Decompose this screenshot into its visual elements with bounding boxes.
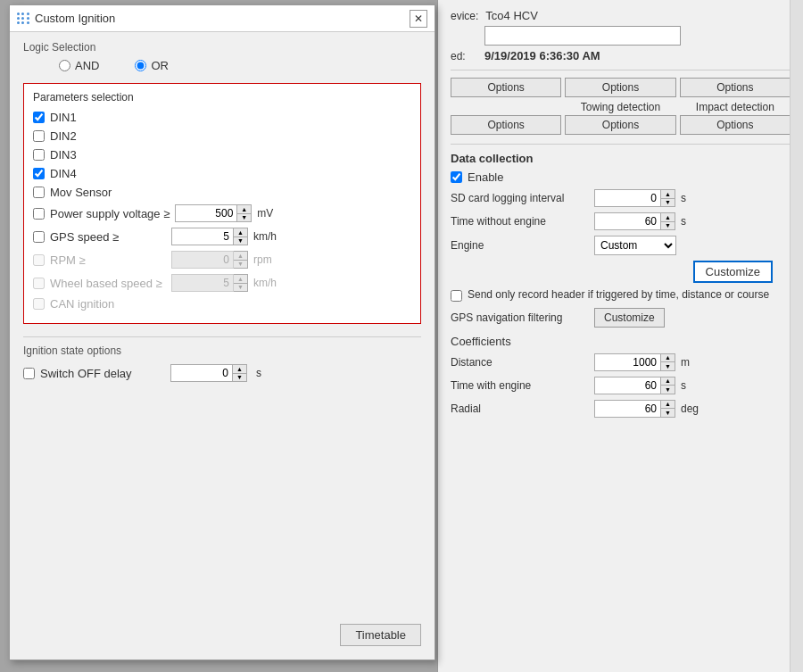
din2-row: DIN2 <box>33 129 411 143</box>
time-with-engine-label: Time with engine <box>451 379 589 392</box>
din4-row: DIN4 <box>33 167 411 180</box>
options-btn-5[interactable]: Options <box>565 115 675 135</box>
data-collection-title: Data collection <box>451 152 791 165</box>
options-grid-row1: Options Options Options <box>451 78 791 97</box>
options-btn-4[interactable]: Options <box>451 115 561 135</box>
din1-checkbox[interactable] <box>33 112 45 123</box>
sd-card-down[interactable]: ▼ <box>661 198 675 207</box>
power-supply-down[interactable]: ▼ <box>237 213 251 222</box>
rpm-down: ▼ <box>234 260 247 269</box>
params-title: Parameters selection <box>33 91 411 104</box>
device-input[interactable] <box>484 26 681 46</box>
power-supply-unit: mV <box>257 207 273 220</box>
radial-down[interactable]: ▼ <box>661 408 675 417</box>
gps-customize-button[interactable]: Customize <box>594 308 665 328</box>
customize-button[interactable]: Customize <box>693 261 773 283</box>
radial-label: Radial <box>451 402 589 415</box>
ignition-state-section: Ignition state options Switch OFF delay … <box>23 336 421 382</box>
power-supply-spinner: ▲ ▼ <box>175 204 252 222</box>
power-supply-up[interactable]: ▲ <box>237 205 251 213</box>
options-btn-6[interactable]: Options <box>680 115 791 135</box>
distance-input[interactable]: 1000 <box>594 353 661 371</box>
din3-checkbox[interactable] <box>33 149 45 161</box>
wheel-speed-spinner: ▲ ▼ <box>171 274 248 292</box>
time-without-engine-unit: s <box>681 215 686 228</box>
rpm-arrows: ▲ ▼ <box>234 251 248 269</box>
radial-input[interactable]: 60 <box>594 400 661 418</box>
time-with-engine-up[interactable]: ▲ <box>661 377 675 386</box>
time-with-engine-input[interactable]: 60 <box>594 377 661 394</box>
options-btn-2[interactable]: Options <box>565 78 675 97</box>
time-without-engine-arrows: ▲ ▼ <box>661 212 675 230</box>
gps-speed-input[interactable] <box>171 228 234 245</box>
date-value: 9/19/2019 6:36:30 AM <box>484 49 600 62</box>
sd-card-up[interactable]: ▲ <box>661 190 675 198</box>
time-without-engine-up[interactable]: ▲ <box>661 213 675 221</box>
gps-speed-label: GPS speed ≥ <box>50 230 166 244</box>
time-with-engine-unit: s <box>681 379 686 392</box>
din2-checkbox[interactable] <box>33 130 45 142</box>
section-label-empty <box>451 101 561 113</box>
app-icon <box>17 12 29 25</box>
close-button[interactable]: ✕ <box>410 10 427 28</box>
power-supply-input[interactable] <box>175 204 237 222</box>
options-btn-1[interactable]: Options <box>451 78 561 97</box>
timetable-row: Timetable <box>340 624 421 646</box>
radial-unit: deg <box>681 402 699 415</box>
device-input-row <box>451 26 791 46</box>
power-supply-label: Power supply voltage ≥ <box>50 207 170 220</box>
date-label: ed: <box>451 50 477 62</box>
radial-up[interactable]: ▲ <box>661 401 675 409</box>
switch-off-unit: s <box>256 367 261 379</box>
data-collection-section: Data collection Enable SD card logging i… <box>451 144 791 430</box>
main-panel: evice: Tco4 HCV ed: 9/19/2019 6:36:30 AM… <box>437 0 803 672</box>
switch-off-input[interactable] <box>170 364 233 382</box>
wheel-speed-down: ▼ <box>234 283 247 292</box>
din2-label: DIN2 <box>50 129 77 143</box>
time-without-engine-down[interactable]: ▼ <box>661 221 675 230</box>
gps-speed-checkbox[interactable] <box>33 231 45 243</box>
radio-and-label: AND <box>75 59 99 72</box>
gps-speed-up[interactable]: ▲ <box>234 228 247 236</box>
din3-label: DIN3 <box>50 148 77 162</box>
power-supply-row: Power supply voltage ≥ ▲ ▼ mV <box>33 204 411 222</box>
switch-off-spinner: ▲ ▼ <box>170 364 247 382</box>
gps-speed-down[interactable]: ▼ <box>234 236 247 245</box>
switch-off-checkbox[interactable] <box>23 368 35 379</box>
scrollbar[interactable] <box>790 0 803 672</box>
time-without-engine-input[interactable]: 60 <box>594 212 661 230</box>
send-only-checkbox[interactable] <box>451 290 462 302</box>
switch-off-arrows: ▲ ▼ <box>233 364 247 382</box>
switch-off-up[interactable]: ▲ <box>233 365 246 373</box>
gps-row: GPS navigation filtering Customize <box>451 308 791 328</box>
sd-card-spinner: 0 ▲ ▼ <box>594 189 675 207</box>
din4-label: DIN4 <box>50 167 77 180</box>
rpm-unit: rpm <box>253 253 272 266</box>
time-with-engine-down[interactable]: ▼ <box>661 385 675 394</box>
mov-sensor-checkbox[interactable] <box>33 187 45 198</box>
engine-select[interactable]: Custom Standard None <box>594 236 676 255</box>
rpm-input <box>171 251 234 269</box>
device-row: evice: Tco4 HCV <box>451 9 791 22</box>
distance-up[interactable]: ▲ <box>661 354 675 362</box>
customize-row: Customize <box>451 261 791 283</box>
time-with-engine-spinner: 60 ▲ ▼ <box>594 377 675 394</box>
rpm-label: RPM ≥ <box>50 253 166 267</box>
enable-checkbox[interactable] <box>451 171 462 183</box>
sd-card-input[interactable]: 0 <box>594 189 661 207</box>
switch-off-down[interactable]: ▼ <box>233 373 246 382</box>
rpm-checkbox <box>33 254 45 266</box>
switch-off-row: Switch OFF delay ▲ ▼ s <box>23 364 421 382</box>
radio-or[interactable] <box>135 60 146 71</box>
radio-and[interactable] <box>59 60 70 71</box>
dialog-title-left: Custom Ignition <box>17 12 115 25</box>
radio-or-label: OR <box>151 59 169 72</box>
engine-row: Engine Custom Standard None <box>451 236 791 255</box>
din4-checkbox[interactable] <box>33 168 45 179</box>
options-btn-3[interactable]: Options <box>680 78 791 97</box>
timetable-button[interactable]: Timetable <box>340 624 421 646</box>
coefficients-title: Coefficients <box>451 335 791 348</box>
distance-down[interactable]: ▼ <box>661 361 675 370</box>
power-supply-checkbox[interactable] <box>33 208 45 220</box>
din1-row: DIN1 <box>33 111 411 124</box>
